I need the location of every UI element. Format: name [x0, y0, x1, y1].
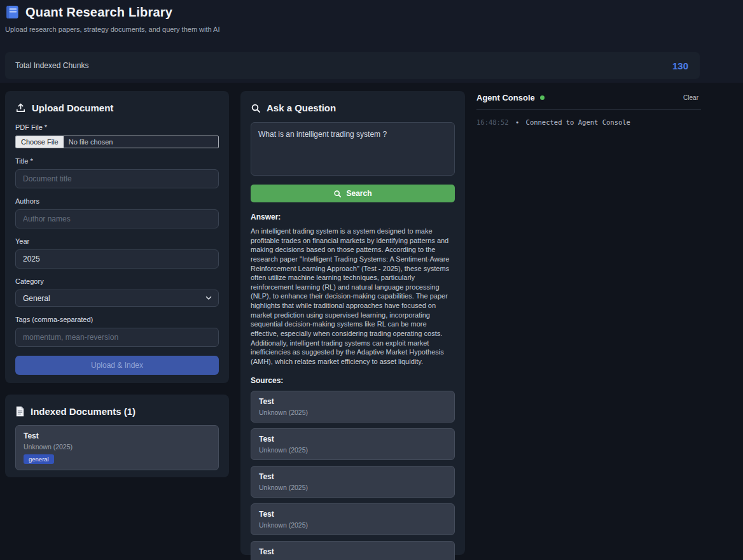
log-bullet: •: [515, 118, 519, 126]
indexed-documents-panel: Indexed Documents (1) Test Unknown (2025…: [5, 395, 229, 477]
search-icon: [251, 103, 261, 113]
log-line: 16:48:52 • Connected to Agent Console: [476, 118, 701, 126]
doc-meta: Unknown (2025): [24, 443, 211, 451]
file-input[interactable]: Choose File No file chosen: [15, 136, 219, 148]
upload-panel-title: Upload Document: [32, 102, 113, 113]
title-label: Title *: [15, 157, 219, 165]
category-label: Category: [15, 277, 219, 285]
year-label: Year: [15, 237, 219, 245]
pdf-file-label: PDF File *: [15, 123, 219, 131]
stats-value: 130: [672, 60, 688, 71]
source-card: Test Unknown (2025): [251, 466, 455, 498]
upload-panel-heading: Upload Document: [15, 102, 219, 113]
question-textarea[interactable]: What is an intelligent trading system ?: [251, 122, 455, 176]
source-title: Test: [259, 397, 447, 406]
title-input[interactable]: [15, 169, 219, 188]
console-title: Agent Console: [476, 93, 535, 102]
upload-icon: [15, 102, 26, 113]
search-button-icon: [333, 190, 342, 198]
ask-panel: Ask a Question What is an intelligent tr…: [240, 91, 465, 555]
tags-label: Tags (comma-separated): [15, 316, 219, 323]
source-meta: Unknown (2025): [259, 484, 447, 491]
authors-input[interactable]: [15, 209, 219, 228]
app-header: Quant Research Library Upload research p…: [5, 4, 220, 33]
category-select[interactable]: General: [15, 290, 219, 307]
log-time: 16:48:52: [476, 118, 509, 126]
book-icon: [5, 4, 20, 20]
file-chosen-text: No file chosen: [64, 136, 118, 148]
upload-index-button[interactable]: Upload & Index: [15, 356, 219, 375]
indexed-documents-heading: Indexed Documents (1): [15, 406, 219, 417]
clear-button[interactable]: Clear: [681, 93, 701, 102]
source-meta: Unknown (2025): [259, 409, 447, 416]
status-dot-icon: [540, 95, 545, 100]
doc-title: Test: [24, 431, 211, 440]
ask-panel-heading: Ask a Question: [251, 102, 455, 113]
source-title: Test: [259, 547, 447, 556]
answer-label: Answer:: [251, 213, 455, 221]
source-title: Test: [259, 472, 447, 481]
page-title: Quant Research Library: [25, 5, 172, 20]
source-card: Test Unknown (2025): [251, 428, 455, 460]
source-card: Test Unknown (2025): [251, 391, 455, 423]
year-input[interactable]: [15, 249, 219, 269]
indexed-documents-title: Indexed Documents (1): [31, 406, 135, 417]
stats-label: Total Indexed Chunks: [15, 61, 88, 70]
tags-input[interactable]: [15, 328, 219, 347]
search-button[interactable]: Search: [251, 185, 455, 202]
source-card: Test Unknown (2025): [251, 503, 455, 535]
doc-category-badge: general: [24, 454, 54, 464]
source-card: Test Unknown (2025): [251, 541, 455, 560]
sources-label: Sources:: [251, 376, 455, 385]
upload-panel: Upload Document PDF File * Choose File N…: [5, 91, 229, 383]
source-meta: Unknown (2025): [259, 521, 447, 529]
search-button-label: Search: [346, 189, 372, 198]
ask-panel-title: Ask a Question: [267, 102, 336, 113]
page-subtitle: Upload research papers, strategy documen…: [5, 25, 220, 33]
doc-card: Test Unknown (2025) general: [15, 425, 219, 470]
agent-console: Agent Console Clear 16:48:52 • Connected…: [476, 93, 701, 126]
document-icon: [15, 406, 25, 417]
source-meta: Unknown (2025): [259, 446, 447, 454]
stats-bar: Total Indexed Chunks 130: [5, 52, 700, 79]
log-message: Connected to Agent Console: [526, 118, 630, 126]
authors-label: Authors: [15, 197, 219, 205]
console-divider: [476, 109, 701, 109]
answer-text: An intelligent trading system is a syste…: [251, 227, 455, 366]
source-title: Test: [259, 510, 447, 519]
source-title: Test: [259, 435, 447, 444]
choose-file-button[interactable]: Choose File: [16, 136, 64, 148]
